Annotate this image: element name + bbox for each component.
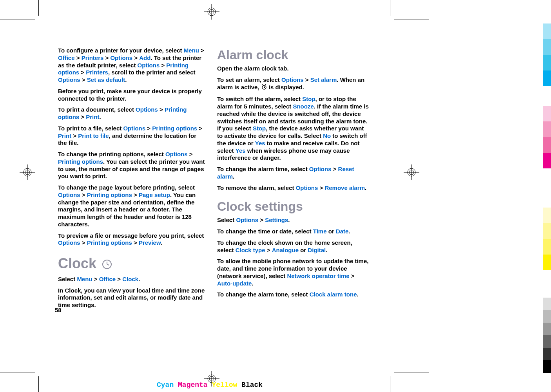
alarm-active-icon <box>261 84 267 92</box>
paragraph: In Clock, you can view your local time a… <box>58 287 206 309</box>
color-bar <box>543 106 551 168</box>
svg-line-18 <box>107 264 109 265</box>
svg-line-22 <box>262 84 263 85</box>
paragraph: To set an alarm, select Options > Set al… <box>217 76 369 92</box>
paragraph: To change the time or date, select Time … <box>217 228 369 235</box>
page-number: 58 <box>55 307 62 313</box>
svg-line-23 <box>265 84 266 85</box>
right-column: Alarm clock Open the alarm clock tab. To… <box>217 47 369 313</box>
yellow-label: Yellow <box>212 381 237 389</box>
paragraph: To change the page layout before printin… <box>58 184 206 228</box>
black-label: Black <box>241 381 263 389</box>
paragraph: Open the alarm clock tab. <box>217 65 369 72</box>
registration-mark-icon <box>404 164 419 182</box>
section-heading: Clock settings <box>217 199 369 214</box>
paragraph: To allow the mobile phone network to upd… <box>217 258 369 287</box>
paragraph: To remove the alarm, select Options > Re… <box>217 184 369 192</box>
paragraph: To switch off the alarm, select Stop, or… <box>217 96 369 162</box>
paragraph: Before you print, make sure your device … <box>58 88 206 103</box>
cmyk-label: Cyan Magenta Yellow Black <box>157 381 263 389</box>
paragraph: Select Menu > Office > Clock. <box>58 276 206 283</box>
section-heading: Alarm clock <box>217 47 369 63</box>
magenta-label: Magenta <box>178 381 208 389</box>
clock-icon <box>102 256 112 273</box>
registration-mark-icon <box>20 164 35 182</box>
paragraph: To preview a file or message before you … <box>58 232 206 247</box>
paragraph: To change the alarm tone, select Clock a… <box>217 291 369 298</box>
svg-line-21 <box>264 87 265 88</box>
registration-mark-icon <box>204 4 219 21</box>
heading-text: Clock <box>58 255 96 271</box>
paragraph: To change the printing options, select O… <box>58 151 206 180</box>
manual-page: 58 To configure a printer for your devic… <box>58 27 383 364</box>
cyan-label: Cyan <box>157 381 174 389</box>
section-heading: Clock <box>58 255 206 273</box>
left-column: To configure a printer for your device, … <box>58 47 206 313</box>
paragraph: To change the clock shown on the home sc… <box>217 239 369 254</box>
color-bar <box>543 23 551 86</box>
paragraph: To configure a printer for your device, … <box>58 47 206 84</box>
paragraph: To print to a file, select Options > Pri… <box>58 125 206 147</box>
paragraph: Select Options > Settings. <box>217 217 369 224</box>
color-bar <box>543 208 551 270</box>
paragraph: To print a document, select Options > Pr… <box>58 106 206 121</box>
color-bar <box>543 298 551 373</box>
paragraph: To change the alarm time, select Options… <box>217 166 369 181</box>
